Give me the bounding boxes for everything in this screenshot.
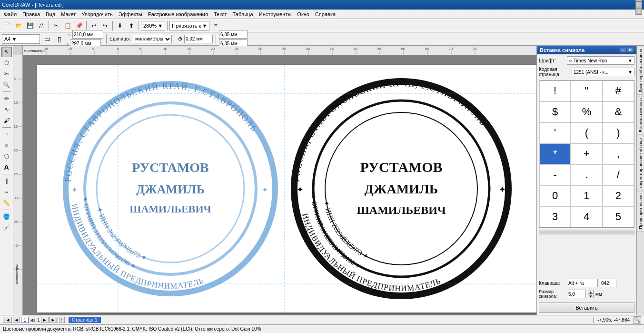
codepage-row: Кодовая страница: 1251 (ANSI - к... ▼ xyxy=(539,67,634,77)
size-up-btn[interactable]: ▲ xyxy=(588,290,594,294)
parallel-tool[interactable]: ∥ xyxy=(1,176,12,186)
size-value-input[interactable] xyxy=(567,290,586,298)
symbol-3[interactable]: 3 xyxy=(539,206,571,227)
symbol-plus[interactable]: + xyxy=(571,143,602,164)
maximize-button[interactable]: □ xyxy=(635,1,642,8)
copy-button[interactable]: 📋 xyxy=(62,20,73,31)
save-button[interactable]: 💾 xyxy=(25,20,35,31)
symbol-5[interactable]: 5 xyxy=(603,206,634,227)
symbol-rparen[interactable]: ) xyxy=(603,122,634,143)
right-tabs: Дисп нер объ активов Вставка символа фор… xyxy=(636,46,644,315)
offset-x-input[interactable] xyxy=(219,30,248,39)
symbol-grid: ! " # $ % & ' ( ) * + , - . / 0 1 xyxy=(539,80,634,228)
text-tool[interactable]: A xyxy=(1,162,12,172)
panel-close-btn[interactable]: ✕ xyxy=(627,48,634,52)
snap-settings[interactable]: ≡ xyxy=(210,20,221,31)
symbol-minus[interactable]: - xyxy=(539,164,571,185)
menu-item-таблица[interactable]: Таблица xyxy=(230,10,256,18)
page-tab[interactable]: Страница 1 xyxy=(69,317,101,323)
symbol-dollar[interactable]: $ xyxy=(539,101,571,122)
menu-item-файл[interactable]: Файл xyxy=(1,10,20,18)
freehand-tool[interactable]: ✏ xyxy=(1,93,12,104)
landscape-btn[interactable]: ▯ xyxy=(54,34,65,44)
menu-item-эффекты[interactable]: Эффекты xyxy=(116,10,145,18)
menu-item-текст[interactable]: Текст xyxy=(211,10,230,18)
measure-tool[interactable]: 📏 xyxy=(1,198,12,208)
eyedrop-tool[interactable]: 💉 xyxy=(1,222,12,233)
last-page-btn[interactable]: ►| xyxy=(50,317,59,323)
sep7 xyxy=(175,34,175,44)
symbol-lparen[interactable]: ( xyxy=(571,122,602,143)
symbol-hash[interactable]: # xyxy=(603,81,634,101)
symbol-quote[interactable]: " xyxy=(571,81,602,101)
symbol-2[interactable]: 2 xyxy=(603,185,634,206)
symbol-asterisk[interactable]: * xyxy=(539,143,571,164)
new-button[interactable]: 📄 xyxy=(2,20,12,31)
rect-tool[interactable]: □ xyxy=(1,129,12,140)
menu-item-справка[interactable]: Справка xyxy=(312,10,338,18)
portrait-btn[interactable]: ▭ xyxy=(42,34,52,44)
next-page-btn[interactable]: ► xyxy=(41,317,49,323)
zoom-tool[interactable]: 🔍 xyxy=(1,80,12,90)
artmedia-tool[interactable]: 🖌 xyxy=(1,115,12,126)
select-tool[interactable]: ↖ xyxy=(1,47,12,57)
symbol-1[interactable]: 1 xyxy=(571,185,602,206)
first-page-btn[interactable]: |◄ xyxy=(3,317,12,323)
export-button[interactable]: ⬆ xyxy=(126,20,137,31)
symbol-apos[interactable]: ' xyxy=(539,122,571,143)
font-selector[interactable]: ○ Times New Ron ▼ xyxy=(567,56,634,65)
right-tab-3[interactable]: форматирование абзаца xyxy=(637,136,644,190)
canvas-container[interactable]: миллиметры 15 10 5 0 5 10 15 20 25 xyxy=(13,46,536,315)
cut-button[interactable]: ✂ xyxy=(51,20,61,31)
page-format-dropdown[interactable]: A4 ▼ xyxy=(2,34,40,44)
right-tab-2[interactable]: Вставка символа xyxy=(637,96,644,134)
tolerance-input[interactable] xyxy=(184,35,213,43)
paste-button[interactable]: 📌 xyxy=(74,20,84,31)
symbol-exclaim[interactable]: ! xyxy=(539,81,571,101)
key-input[interactable] xyxy=(567,279,598,287)
symbol-0[interactable]: 0 xyxy=(539,185,571,206)
symbol-amp[interactable]: & xyxy=(603,101,634,122)
prev-page-btn[interactable]: ◄ xyxy=(13,317,20,323)
symbol-percent[interactable]: % xyxy=(571,101,602,122)
crop-tool[interactable]: ✂ xyxy=(1,69,12,79)
menu-item-инструменты[interactable]: Инструменты xyxy=(256,10,295,18)
symbol-scrollbar[interactable] xyxy=(539,231,634,234)
connector-tool[interactable]: ↔ xyxy=(1,187,12,197)
polygon-tool[interactable]: ⬠ xyxy=(1,151,12,161)
symbol-4[interactable]: 4 xyxy=(571,206,602,227)
menu-item-упорядочить[interactable]: Упорядочить xyxy=(79,10,115,18)
undo-button[interactable]: ↩ xyxy=(89,20,99,31)
zoom-fit-btn[interactable]: 🔍 xyxy=(634,316,641,324)
zoom-dropdown[interactable]: 280% ▼ xyxy=(141,21,165,30)
insert-button[interactable]: Вставить xyxy=(539,303,634,313)
ellipse-tool[interactable]: ○ xyxy=(1,140,12,151)
menu-item-правка[interactable]: Правка xyxy=(20,10,43,18)
add-page-btn[interactable]: + xyxy=(59,317,65,323)
units-select[interactable]: миллиметры xyxy=(133,35,172,43)
import-button[interactable]: ⬇ xyxy=(115,20,125,31)
bezier-tool[interactable]: ∿ xyxy=(1,104,12,115)
width-input[interactable] xyxy=(72,30,103,39)
close-button[interactable]: ✕ xyxy=(635,8,642,15)
symbol-comma[interactable]: , xyxy=(603,143,634,164)
svg-text:✦: ✦ xyxy=(71,186,78,194)
menu-item-окно[interactable]: Окно xyxy=(294,10,312,18)
size-down-btn[interactable]: ▼ xyxy=(588,294,594,298)
key-code-input[interactable] xyxy=(600,279,616,287)
open-button[interactable]: 📂 xyxy=(13,20,24,31)
right-tab-1[interactable]: Дисп нер объ активов xyxy=(637,47,644,95)
print-button[interactable]: 🖨 xyxy=(36,20,47,31)
redo-button[interactable]: ↪ xyxy=(100,20,110,31)
right-tab-4[interactable]: Предварительная xyxy=(637,191,644,232)
fill-tool[interactable]: 🪣 xyxy=(1,212,12,222)
panel-minimize-btn[interactable]: ─ xyxy=(620,48,626,52)
menu-item-вид[interactable]: Вид xyxy=(43,10,58,18)
menu-item-макет[interactable]: Макет xyxy=(58,10,79,18)
menu-item-растровые-изображения[interactable]: Растровые изображения xyxy=(145,10,211,18)
snap-dropdown[interactable]: Привязать к ▼ xyxy=(169,21,209,30)
codepage-selector[interactable]: 1251 (ANSI - к... ▼ xyxy=(572,68,634,76)
symbol-dot[interactable]: . xyxy=(571,164,602,185)
symbol-slash[interactable]: / xyxy=(603,164,634,185)
shape-tool[interactable]: ⬡ xyxy=(1,58,12,68)
